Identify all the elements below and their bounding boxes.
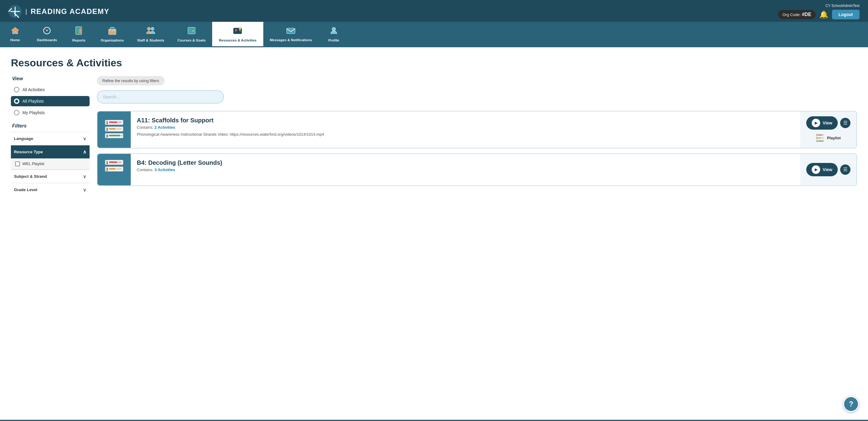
nav-item-home[interactable]: Home — [0, 22, 30, 47]
svg-rect-37 — [116, 128, 122, 130]
nav-organizations-label: Organizations — [100, 38, 124, 43]
nav-item-organizations[interactable]: Organizations — [94, 22, 130, 47]
search-input[interactable] — [97, 90, 224, 104]
svg-rect-47 — [816, 137, 818, 139]
username-display: CY SchoolAdminTest — [826, 4, 860, 8]
play-icon: ▶ — [812, 119, 820, 127]
resources-activities-icon — [233, 26, 242, 36]
nav-item-messages-notifications[interactable]: Messages & Notifications — [263, 22, 319, 47]
svg-rect-50 — [816, 140, 818, 142]
all-playlists-label: All Playlists — [22, 99, 44, 104]
nav-item-courses-goals[interactable]: 2+2 = Courses & Goals — [171, 22, 213, 47]
svg-rect-31 — [109, 121, 117, 123]
svg-point-7 — [46, 30, 48, 31]
nav-item-reports[interactable]: Reports — [64, 22, 94, 47]
nav-resources-activities-label: Resources & Activities — [219, 38, 256, 43]
filter-language-label: Language — [14, 136, 33, 141]
nav-item-staff-students[interactable]: Staff & Students — [130, 22, 171, 47]
svg-rect-11 — [80, 28, 81, 33]
card-b4-contains: Contains: 3 Activities — [137, 168, 794, 172]
card-a11-view-button[interactable]: ▶ View — [806, 116, 838, 130]
dashboards-icon — [42, 26, 52, 36]
svg-rect-16 — [109, 30, 111, 31]
svg-text:2: 2 — [106, 168, 108, 171]
filters-title: Filters — [12, 123, 90, 129]
nav-messages-label: Messages & Notifications — [270, 38, 312, 43]
chevron-down-icon: ∨ — [83, 136, 87, 141]
resource-card-a11: 1 2 3 — [97, 111, 857, 148]
profile-icon — [329, 26, 338, 36]
my-playlists-label: My Playlists — [22, 110, 45, 115]
wel-playlist-option[interactable]: WEL Playlist — [15, 162, 85, 166]
card-a11-type-badge: Playlist — [816, 133, 841, 143]
card-a11-title: A11: Scaffolds for Support — [137, 117, 794, 124]
chevron-down-icon-3: ∨ — [83, 187, 87, 193]
view-all-activities[interactable]: All Activities — [11, 84, 90, 95]
card-a11-activities-link[interactable]: 2 Activities — [155, 125, 175, 130]
nav-courses-goals-label: Courses & Goals — [178, 38, 206, 43]
svg-rect-51 — [818, 141, 824, 141]
chevron-up-icon: ∧ — [83, 149, 87, 155]
bell-icon: 🔔 — [819, 10, 828, 19]
filter-language[interactable]: Language ∨ — [11, 132, 90, 145]
svg-rect-61 — [116, 168, 122, 170]
main-content: Resources & Activities View All Activiti… — [0, 47, 868, 420]
filter-subject-strand-label: Subject & Strand — [14, 174, 47, 179]
svg-rect-48 — [818, 138, 821, 138]
notification-bell-button[interactable]: 🔔 — [819, 10, 828, 19]
card-b4-menu-button[interactable]: ☰ — [840, 165, 850, 175]
resource-type-options: WEL Playlist — [11, 159, 90, 170]
page-title: Resources & Activities — [11, 57, 857, 69]
help-button[interactable]: ? — [843, 396, 859, 412]
svg-rect-60 — [109, 168, 116, 170]
svg-text:=: = — [192, 29, 194, 33]
filter-grade-level[interactable]: Grade Level ∨ — [11, 183, 90, 196]
svg-rect-26 — [287, 28, 295, 34]
nav-item-profile[interactable]: Profile — [319, 22, 349, 47]
nav-home-label: Home — [10, 38, 20, 43]
view-section-title: View — [11, 76, 90, 82]
svg-rect-44 — [816, 134, 818, 136]
nav-staff-students-label: Staff & Students — [137, 38, 164, 43]
all-activities-label: All Activities — [22, 87, 45, 92]
playlist-thumbnail-icon: 1 2 3 — [103, 117, 125, 142]
svg-rect-42 — [121, 135, 123, 136]
brand-logo: | READING ACADEMY — [8, 5, 110, 18]
svg-text:2: 2 — [106, 128, 108, 131]
wel-playlist-label: WEL Playlist — [22, 162, 44, 166]
card-a11-description: Phonological Awareness Instructional Str… — [137, 132, 794, 137]
filter-subject-strand[interactable]: Subject & Strand ∨ — [11, 170, 90, 183]
filter-resource-type[interactable]: Resource Type ∧ — [11, 145, 90, 159]
card-a11-contains: Contains: 2 Activities — [137, 125, 794, 130]
playlist-thumbnail-b4-icon: 1 2 — [103, 158, 125, 182]
playlist-type-icon — [816, 133, 825, 143]
card-b4-thumbnail: 1 2 — [97, 154, 131, 185]
svg-rect-5 — [14, 32, 16, 34]
svg-point-27 — [332, 27, 336, 31]
svg-rect-10 — [78, 30, 79, 33]
logout-button[interactable]: Logout — [832, 10, 860, 19]
sidebar: View All Activities All Playlists My Pla… — [11, 76, 90, 196]
play-icon-b4: ▶ — [812, 165, 820, 174]
card-a11-body: A11: Scaffolds for Support Contains: 2 A… — [131, 111, 800, 148]
card-a11-actions: ▶ View ☰ — [800, 111, 857, 148]
view-my-playlists[interactable]: My Playlists — [11, 108, 90, 118]
nav-item-dashboards[interactable]: Dashboards — [30, 22, 64, 47]
card-b4-body: B4: Decoding (Letter Sounds) Contains: 3… — [131, 154, 800, 185]
home-icon — [10, 26, 20, 36]
svg-text:1: 1 — [106, 161, 108, 165]
card-b4-view-button[interactable]: ▶ View — [806, 163, 838, 176]
card-a11-menu-button[interactable]: ☰ — [840, 118, 850, 128]
reports-icon — [74, 26, 83, 36]
nav-item-resources-activities[interactable]: Resources & Activities — [212, 22, 263, 47]
svg-point-20 — [151, 27, 154, 30]
card-b4-activities-link[interactable]: 3 Activities — [155, 168, 175, 172]
svg-rect-2 — [10, 11, 20, 12]
card-b4-title: B4: Decoding (Letter Sounds) — [137, 159, 794, 166]
view-section: View All Activities All Playlists My Pla… — [11, 76, 90, 118]
view-all-playlists[interactable]: All Playlists — [11, 96, 90, 106]
main-navigation: Home Dashboards — [0, 22, 868, 47]
wel-playlist-checkbox[interactable] — [15, 162, 20, 166]
card-a11-thumbnail: 1 2 3 — [97, 111, 131, 148]
nav-reports-label: Reports — [72, 38, 85, 43]
